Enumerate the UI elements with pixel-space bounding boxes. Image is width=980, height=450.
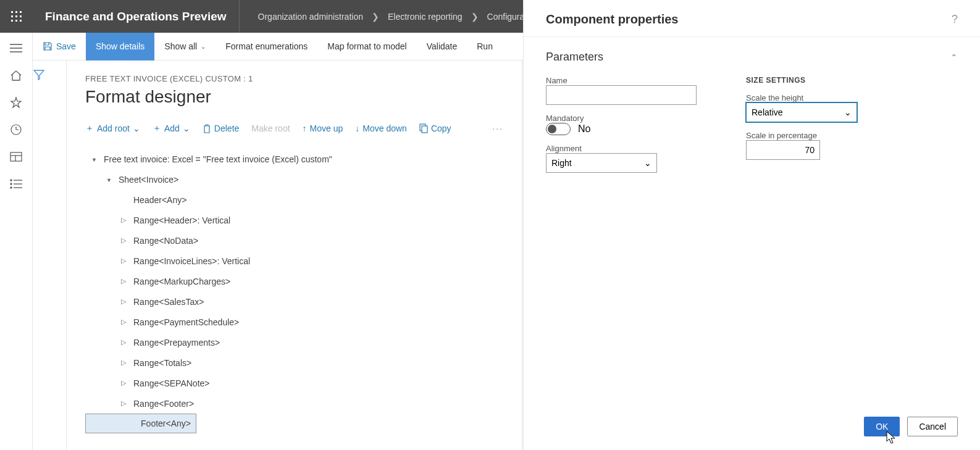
tree-label: Free text invoice: Excel = "Free text in… bbox=[104, 154, 332, 164]
save-button[interactable]: Save bbox=[33, 33, 86, 60]
star-icon[interactable] bbox=[9, 96, 23, 109]
scale-height-value: Relative bbox=[752, 107, 783, 117]
tree-row[interactable]: Header<Any> bbox=[85, 190, 503, 210]
tree-label: Range<SalesTax> bbox=[133, 297, 204, 307]
size-settings-heading: SIZE SETTINGS bbox=[746, 76, 857, 85]
more-button[interactable]: ··· bbox=[492, 123, 503, 133]
chevron-down-icon: ⌄ bbox=[201, 43, 206, 50]
svg-rect-1 bbox=[15, 11, 17, 13]
name-input[interactable] bbox=[546, 85, 697, 105]
tree-label: Range<Header>: Vertical bbox=[133, 215, 230, 225]
caret-right-icon[interactable] bbox=[121, 277, 130, 285]
breadcrumb: Organization administration ❯ Electronic… bbox=[240, 12, 543, 22]
breadcrumb-item[interactable]: Electronic reporting bbox=[388, 12, 463, 22]
chevron-down-icon: ⌄ bbox=[844, 107, 852, 117]
caret-right-icon[interactable] bbox=[121, 379, 130, 387]
alignment-select[interactable]: Right⌄ bbox=[546, 153, 657, 173]
tree-row[interactable]: Range<PaymentSchedule> bbox=[85, 312, 503, 332]
show-all-button[interactable]: Show all⌄ bbox=[154, 33, 216, 60]
tree-row[interactable]: Free text invoice: Excel = "Free text in… bbox=[85, 149, 503, 169]
move-up-label: Move up bbox=[310, 123, 343, 133]
tree-label: Range<InvoiceLines>: Vertical bbox=[133, 256, 250, 266]
cancel-button[interactable]: Cancel bbox=[907, 417, 958, 436]
caret-right-icon[interactable] bbox=[121, 236, 130, 244]
tree-row[interactable]: Range<SalesTax> bbox=[85, 291, 503, 312]
tree-row[interactable]: Range<InvoiceLines>: Vertical bbox=[85, 251, 503, 271]
delete-label: Delete bbox=[214, 123, 239, 133]
add-root-button[interactable]: ＋Add root⌄ bbox=[85, 123, 140, 134]
map-format-button[interactable]: Map format to model bbox=[317, 33, 416, 60]
delete-button[interactable]: Delete bbox=[203, 123, 239, 133]
caret-down-icon[interactable] bbox=[106, 176, 115, 183]
tree-row[interactable]: Range<Header>: Vertical bbox=[85, 210, 503, 230]
tree-row[interactable]: Range<SEPANote> bbox=[85, 373, 503, 393]
tree-row[interactable]: Footer<Any> bbox=[85, 414, 196, 433]
panel-title: Component properties bbox=[546, 12, 678, 27]
tree-label: Range<SEPANote> bbox=[133, 378, 210, 388]
add-label: Add bbox=[164, 123, 180, 133]
page-crumb: FREE TEXT INVOICE (EXCEL) CUSTOM : 1 bbox=[85, 74, 503, 83]
caret-right-icon[interactable] bbox=[121, 257, 130, 265]
tree-label: Header<Any> bbox=[133, 195, 186, 205]
tree-label: Range<NoData> bbox=[133, 236, 198, 246]
caret-right-icon[interactable] bbox=[121, 298, 130, 306]
scale-pct-input[interactable] bbox=[746, 140, 820, 160]
tree-label: Range<Totals> bbox=[133, 358, 191, 368]
tree-row[interactable]: Range<Prepayments> bbox=[85, 332, 503, 352]
app-title: Finance and Operations Preview bbox=[33, 0, 240, 33]
svg-rect-0 bbox=[11, 11, 13, 13]
filter-pane[interactable] bbox=[33, 60, 67, 450]
list-icon[interactable] bbox=[9, 177, 23, 191]
app-launcher[interactable] bbox=[0, 0, 33, 33]
workspace-icon[interactable] bbox=[9, 150, 23, 164]
properties-panel: Component properties ? Parameters ⌃ Name… bbox=[523, 0, 980, 450]
page: FREE TEXT INVOICE (EXCEL) CUSTOM : 1 For… bbox=[33, 60, 522, 450]
nav-rail bbox=[0, 33, 33, 450]
tree-label: Range<Footer> bbox=[133, 399, 194, 409]
caret-right-icon[interactable] bbox=[121, 338, 130, 346]
alignment-value: Right bbox=[551, 158, 572, 168]
tree-row[interactable]: Range<MarkupCharges> bbox=[85, 271, 503, 291]
run-button[interactable]: Run bbox=[467, 33, 503, 60]
chevron-down-icon: ⌄ bbox=[183, 123, 190, 133]
tree-row[interactable]: Sheet<Invoice> bbox=[85, 169, 503, 190]
chevron-right-icon: ❯ bbox=[471, 12, 479, 22]
svg-rect-7 bbox=[15, 20, 17, 22]
breadcrumb-item[interactable]: Organization administration bbox=[258, 12, 363, 22]
move-up-button[interactable]: ↑Move up bbox=[303, 123, 343, 133]
add-root-label: Add root bbox=[97, 123, 130, 133]
caret-right-icon[interactable] bbox=[121, 399, 130, 407]
show-all-label: Show all bbox=[164, 41, 197, 51]
menu-icon[interactable] bbox=[9, 41, 23, 55]
chevron-down-icon: ⌄ bbox=[644, 158, 651, 168]
mandatory-label: Mandatory bbox=[546, 114, 697, 123]
scale-height-select[interactable]: Relative⌄ bbox=[746, 102, 857, 122]
home-icon[interactable] bbox=[9, 69, 23, 82]
svg-rect-2 bbox=[20, 11, 22, 13]
caret-down-icon[interactable] bbox=[91, 156, 100, 163]
svg-rect-3 bbox=[11, 15, 13, 17]
recent-icon[interactable] bbox=[9, 123, 23, 136]
ok-button[interactable]: OK bbox=[864, 417, 900, 436]
validate-button[interactable]: Validate bbox=[417, 33, 467, 60]
tree-row[interactable]: Range<Footer> bbox=[85, 393, 503, 414]
show-details-button[interactable]: Show details bbox=[86, 33, 154, 60]
tree-label: Range<Prepayments> bbox=[133, 338, 220, 348]
collapse-icon[interactable]: ⌃ bbox=[950, 52, 958, 62]
tree-row[interactable]: Range<Totals> bbox=[85, 352, 503, 373]
help-icon[interactable]: ? bbox=[952, 13, 958, 26]
tree-label: Range<PaymentSchedule> bbox=[133, 317, 239, 327]
add-button[interactable]: ＋Add⌄ bbox=[153, 123, 190, 134]
move-down-label: Move down bbox=[362, 123, 407, 133]
copy-button[interactable]: Copy bbox=[419, 123, 451, 133]
mandatory-value: No bbox=[578, 123, 590, 135]
tree-row[interactable]: Range<NoData> bbox=[85, 230, 503, 251]
mandatory-toggle[interactable] bbox=[546, 123, 571, 135]
format-enumerations-button[interactable]: Format enumerations bbox=[216, 33, 317, 60]
svg-rect-8 bbox=[20, 20, 22, 22]
caret-right-icon[interactable] bbox=[121, 359, 130, 367]
copy-label: Copy bbox=[431, 123, 451, 133]
caret-right-icon[interactable] bbox=[121, 216, 130, 224]
move-down-button[interactable]: ↓Move down bbox=[355, 123, 407, 133]
caret-right-icon[interactable] bbox=[121, 318, 130, 326]
